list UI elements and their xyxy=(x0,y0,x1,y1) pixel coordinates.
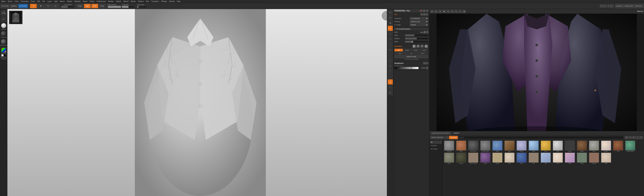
fill-toggle-1[interactable]: ↩ xyxy=(420,13,423,15)
mat-sphere-4[interactable] xyxy=(424,44,428,48)
right-tool-1[interactable]: ⊞ xyxy=(430,10,434,13)
zadd-button[interactable]: ZAdd xyxy=(92,4,98,8)
vp-tool-6[interactable]: ≡ xyxy=(388,36,393,41)
menu-draw[interactable]: Draw xyxy=(30,0,35,2)
mat-item-fabric-texture[interactable]: Fabric Texture xyxy=(468,153,479,164)
rgb-intensity-slider[interactable] xyxy=(108,6,121,8)
menu-layer[interactable]: Layer xyxy=(47,0,52,2)
mat-item-asphalt[interactable]: Asphalt xyxy=(456,153,467,164)
right-tool-4[interactable]: ▣ xyxy=(442,10,446,13)
vp-tool-11[interactable]: ⊡ xyxy=(388,63,393,68)
mat-item-brick[interactable]: Brick xyxy=(456,141,467,152)
mat-item-gold[interactable]: Gold xyxy=(540,141,552,152)
rgb-button[interactable]: Rgb xyxy=(84,4,91,8)
substance-search-input[interactable] xyxy=(458,136,624,139)
mat-item-rust[interactable]: Rust xyxy=(612,141,624,152)
select-mode-button[interactable]: ✦ xyxy=(30,4,37,8)
right-tool-3[interactable]: ◈ xyxy=(438,10,442,13)
menu-light[interactable]: Light xyxy=(54,0,58,2)
view-grid-button[interactable]: ⊞ xyxy=(625,136,628,139)
mat-tab-rough[interactable]: rough xyxy=(412,49,420,51)
home-page-button[interactable]: Home Page xyxy=(1,4,10,8)
mat-item-ceramic[interactable]: Ceramic xyxy=(600,141,612,152)
fill-toggle-3[interactable]: + xyxy=(426,13,428,15)
mat-item-silver[interactable]: Silver xyxy=(552,141,564,152)
menu-help[interactable]: Help xyxy=(176,0,181,2)
mat-tab-color[interactable]: color xyxy=(394,49,403,51)
color-picker[interactable] xyxy=(1,48,6,52)
menu-preferences[interactable]: Preferences xyxy=(96,0,106,2)
menu-brush[interactable]: Brush xyxy=(8,0,13,2)
vp-tool-7[interactable]: ▽ xyxy=(388,42,393,47)
menu-picker[interactable]: Picker xyxy=(89,0,95,2)
mat-item-glass[interactable]: Glass xyxy=(528,141,539,152)
save-libraries-button[interactable]: SAVED LIBRARIES xyxy=(430,136,444,139)
menu-material[interactable]: Material xyxy=(74,0,81,2)
mat-item-concrete[interactable]: Concrete xyxy=(444,141,455,152)
menu-stencil[interactable]: Stencil xyxy=(123,0,129,2)
mat-tab-height[interactable]: height xyxy=(403,49,412,51)
texture-sphere[interactable] xyxy=(1,31,6,36)
mat-item-leather[interactable]: Leather xyxy=(576,141,588,152)
3d-viewport[interactable]: Y X Z ⊞ ◈ ▣ ⊕ ⊙ ≡ ▽ ☰ ⋮ ◎ ⊡ ⌖ ↕ ⧫ ⬡ ⊞ xyxy=(8,9,393,196)
menu-macro[interactable]: Macro xyxy=(60,0,65,2)
scale-toggle[interactable]: 🔗 xyxy=(424,31,426,33)
mat-item-stone[interactable]: Stone xyxy=(588,141,600,152)
mat-tab-emiss[interactable]: emiss xyxy=(417,52,428,55)
vp-tool-8[interactable]: ☰ xyxy=(388,47,393,52)
white-swatch[interactable] xyxy=(1,54,4,56)
mat-item-tweed[interactable]: Tweed xyxy=(576,153,588,164)
right-tool-6[interactable]: ⊗ xyxy=(450,10,454,13)
roughness-toggle-2[interactable]: + xyxy=(426,62,428,64)
mat-item-metal-dark[interactable]: Metal Dark xyxy=(468,141,479,152)
mat-item-gravel[interactable]: Gravel xyxy=(444,153,455,164)
menu-movie[interactable]: Movie xyxy=(82,0,88,2)
roughness-gradient-slider[interactable] xyxy=(394,67,418,69)
replay-last-fill-button[interactable]: ReplayLastFill xyxy=(624,4,634,8)
mat-tab-op[interactable]: op xyxy=(406,52,417,55)
mat-item-cotton[interactable]: Cotton xyxy=(552,153,564,164)
draw-size-slider[interactable] xyxy=(137,6,148,8)
vp-tool-9[interactable]: ⋮ xyxy=(388,53,393,58)
material-mode-button[interactable]: Material mode xyxy=(394,55,428,58)
menu-texture[interactable]: Texture xyxy=(138,0,144,2)
menu-sketch[interactable]: Sketch xyxy=(116,0,122,2)
mat-item-plastic[interactable]: Plastic xyxy=(516,141,527,152)
render-viewport[interactable]: ✦ xyxy=(429,14,644,131)
sidebar-favorites[interactable]: Favorites xyxy=(430,144,442,147)
right-tool-5[interactable]: ⊕ xyxy=(446,10,450,13)
mat-item-wood[interactable]: Wood xyxy=(504,141,515,152)
lightbox-button[interactable]: LightBox xyxy=(10,4,18,8)
mat-item-painted-metal[interactable]: Painted Metal xyxy=(624,141,636,152)
info-button[interactable]: ⓘ xyxy=(639,136,643,139)
substance-3d-assets-tab[interactable]: SUBSTANCE 3D ASSETS xyxy=(430,132,451,135)
tiling-slider[interactable] xyxy=(405,34,428,36)
sidebar-3d-assets[interactable]: 3D Assets xyxy=(430,147,442,151)
right-tool-9[interactable]: ◉ xyxy=(462,10,466,13)
multi-topology-button[interactable]: MultiTopology xyxy=(1,10,7,16)
mat-item-burlap[interactable]: Burlap xyxy=(492,153,503,164)
mat-item-knit[interactable]: Knit xyxy=(528,153,539,164)
menu-alpha[interactable]: Alpha xyxy=(1,0,6,2)
properties-pin-button[interactable]: 📌 xyxy=(420,10,422,12)
menu-render[interactable]: Render xyxy=(108,0,114,2)
vp-tool-3[interactable]: ▣ xyxy=(388,20,393,25)
menu-zplugin[interactable]: ZPlugin xyxy=(161,0,167,2)
mat-item-wool[interactable]: Wool xyxy=(600,153,612,164)
rotation-slider[interactable] xyxy=(405,37,428,39)
live-boolean-button[interactable]: Live Boolean xyxy=(18,4,28,8)
menu-file[interactable]: File xyxy=(42,0,46,2)
sidebar-all[interactable]: All xyxy=(430,141,442,144)
menu-color[interactable]: Color xyxy=(14,0,19,2)
fill-toggle-2[interactable]: ⟳ xyxy=(423,13,426,15)
right-tool-8[interactable]: ⊙ xyxy=(458,10,462,13)
filter-button[interactable]: ⊟ xyxy=(632,136,636,139)
menu-tool[interactable]: Tool xyxy=(146,0,150,2)
roughness-reset-button[interactable]: ↺ xyxy=(426,67,428,69)
mat-tab-metal[interactable]: metal xyxy=(420,49,428,51)
vp-tool-1[interactable]: ⊞ xyxy=(388,10,393,15)
vp-tool-14-active[interactable]: ⧫ xyxy=(388,79,393,84)
scale-reset[interactable]: ↺ xyxy=(426,31,428,33)
mat-item-satin[interactable]: Satin xyxy=(564,153,576,164)
right-tool-7[interactable]: ⊘ xyxy=(454,10,458,13)
